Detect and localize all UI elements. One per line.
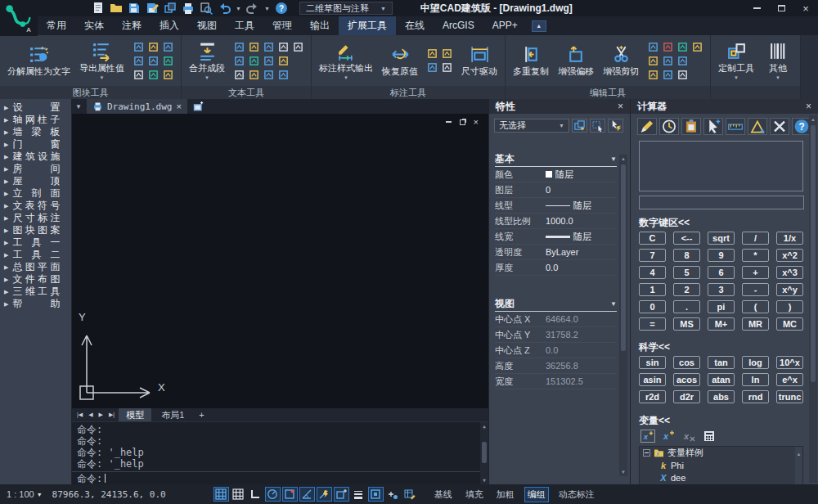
- delete-icon[interactable]: [770, 118, 789, 135]
- calc-key[interactable]: x^y: [776, 283, 803, 296]
- calc-key[interactable]: pi: [708, 300, 735, 313]
- ribbon-tab-11[interactable]: APP+: [483, 16, 527, 35]
- calculator-input[interactable]: [639, 196, 804, 209]
- calc-key[interactable]: M+: [708, 317, 735, 331]
- property-row[interactable]: 高度36256.8: [495, 358, 617, 374]
- property-row[interactable]: 线宽随层: [495, 229, 617, 245]
- minimize-button[interactable]: [744, 0, 769, 16]
- status-toggle[interactable]: 基线: [431, 487, 456, 502]
- ribbon-button[interactable]: 定制工具▼: [715, 40, 757, 81]
- ortho-icon[interactable]: [248, 487, 263, 502]
- ribbon-small-icon[interactable]: [162, 69, 174, 81]
- ribbon-tab-7[interactable]: 输出: [301, 16, 339, 35]
- calc-key[interactable]: acos: [673, 373, 700, 386]
- ribbon-button[interactable]: 多重复制: [510, 43, 552, 79]
- scroll-up-icon[interactable]: ▲: [797, 452, 802, 457]
- variables-section-label[interactable]: 变量<<: [639, 414, 810, 428]
- selection-cycling-icon[interactable]: [368, 487, 384, 502]
- variables-tree-root[interactable]: x变量样例: [640, 447, 802, 459]
- drawing-minimize-button[interactable]: [446, 118, 452, 126]
- new-icon[interactable]: [92, 2, 105, 15]
- paste-to-command-icon[interactable]: [681, 118, 701, 135]
- ribbon-small-icon[interactable]: [263, 55, 275, 67]
- layout-nav-last-icon[interactable]: ▶|: [107, 412, 116, 418]
- calc-key[interactable]: 6: [708, 266, 735, 279]
- calc-key[interactable]: 10^x: [776, 356, 803, 369]
- open-icon[interactable]: [110, 2, 123, 15]
- property-section-header[interactable]: 基本▼: [495, 152, 617, 167]
- collapse-node-icon[interactable]: [643, 449, 650, 457]
- ribbon-small-icon[interactable]: [662, 41, 674, 53]
- sidebar-item[interactable]: ▶工具二: [0, 249, 71, 261]
- ribbon-tab-1[interactable]: 实体: [75, 16, 113, 35]
- ribbon-tab-6[interactable]: 管理: [263, 16, 301, 35]
- sidebar-item[interactable]: ▶尺寸标注: [0, 212, 71, 224]
- table-edit-icon[interactable]: [402, 487, 418, 502]
- calc-key[interactable]: cos: [673, 356, 700, 369]
- calc-key[interactable]: (: [742, 300, 769, 313]
- layout-nav-prev-icon[interactable]: ◀: [87, 412, 94, 418]
- calc-key[interactable]: .: [673, 300, 700, 313]
- scroll-down-icon[interactable]: ▼: [483, 476, 486, 484]
- ribbon-tab-3[interactable]: 插入: [151, 16, 188, 35]
- dynamic-ucs-icon[interactable]: [334, 487, 349, 502]
- ribbon-small-icon[interactable]: [277, 69, 290, 81]
- ribbon-small-icon[interactable]: [691, 41, 703, 53]
- calc-key[interactable]: +: [742, 266, 769, 279]
- history-icon[interactable]: [659, 118, 679, 135]
- calc-key[interactable]: C: [639, 232, 666, 245]
- ribbon-small-icon[interactable]: [647, 41, 659, 53]
- science-section-label[interactable]: 科学<<: [639, 340, 810, 354]
- sidebar-item[interactable]: ▶墙梁板: [0, 126, 71, 138]
- ribbon-small-icon[interactable]: [133, 55, 145, 67]
- document-list-dropdown-icon[interactable]: ▼: [75, 103, 82, 110]
- property-row[interactable]: 中心点 X64664.0: [495, 312, 617, 327]
- calc-key[interactable]: 2: [673, 283, 700, 296]
- sidebar-item[interactable]: ▶立剖面: [0, 187, 71, 200]
- save-as-icon[interactable]: [146, 2, 159, 15]
- add-layout-button[interactable]: +: [194, 410, 209, 420]
- ribbon-small-icon[interactable]: [162, 55, 174, 67]
- app-logo-icon[interactable]: A: [0, 0, 38, 36]
- ribbon-small-icon[interactable]: [676, 41, 689, 53]
- sidebar-item[interactable]: ▶三维工具: [0, 286, 71, 298]
- ribbon-button[interactable]: 导出属性值▼: [76, 40, 128, 81]
- calc-key[interactable]: MC: [776, 317, 803, 331]
- drawing-close-button[interactable]: ×: [474, 118, 479, 126]
- calc-key[interactable]: 4: [639, 266, 666, 279]
- property-row[interactable]: 线型比例1000.0: [495, 214, 617, 229]
- ribbon-small-icon[interactable]: [662, 55, 674, 67]
- calculator-variable-icon[interactable]: [702, 430, 717, 443]
- calc-key[interactable]: log: [742, 356, 769, 369]
- ribbon-small-icon[interactable]: [233, 69, 245, 81]
- angle-snap-icon[interactable]: [299, 487, 315, 502]
- calc-key[interactable]: <--: [673, 232, 700, 245]
- calc-key[interactable]: e^x: [776, 373, 803, 386]
- save-icon[interactable]: [128, 2, 141, 15]
- calc-key[interactable]: 3: [708, 283, 735, 296]
- ribbon-button[interactable]: 标注样式输出▼: [316, 40, 376, 81]
- property-row[interactable]: 中心点 Y31758.2: [495, 327, 617, 343]
- calc-key[interactable]: 1: [639, 283, 666, 296]
- edit-expression-icon[interactable]: [637, 118, 657, 135]
- delete-variable-icon[interactable]: x: [681, 430, 696, 443]
- redo-icon[interactable]: [246, 2, 259, 15]
- calc-key[interactable]: abs: [708, 390, 735, 403]
- properties-close-icon[interactable]: ×: [618, 101, 623, 112]
- ribbon-small-icon[interactable]: [233, 41, 245, 53]
- calc-key[interactable]: -: [742, 283, 769, 296]
- ribbon-tab-2[interactable]: 注释: [113, 16, 151, 35]
- quick-select-icon[interactable]: [572, 119, 587, 133]
- preview-icon[interactable]: [200, 2, 213, 15]
- calculator-close-icon[interactable]: ×: [806, 101, 811, 112]
- calc-key[interactable]: d2r: [673, 390, 700, 403]
- ribbon-button[interactable]: 增强偏移: [555, 43, 597, 79]
- collapse-ribbon-button[interactable]: ▲: [532, 20, 546, 32]
- sidebar-item[interactable]: ▶建筑设施: [0, 151, 71, 163]
- calc-key[interactable]: ): [776, 300, 803, 313]
- ribbon-tab-10[interactable]: ArcGIS: [434, 16, 483, 35]
- calc-key[interactable]: sin: [639, 356, 666, 369]
- ribbon-small-icon[interactable]: [426, 47, 438, 60]
- calc-key[interactable]: 1/x: [776, 232, 803, 245]
- ribbon-small-icon[interactable]: [147, 55, 160, 67]
